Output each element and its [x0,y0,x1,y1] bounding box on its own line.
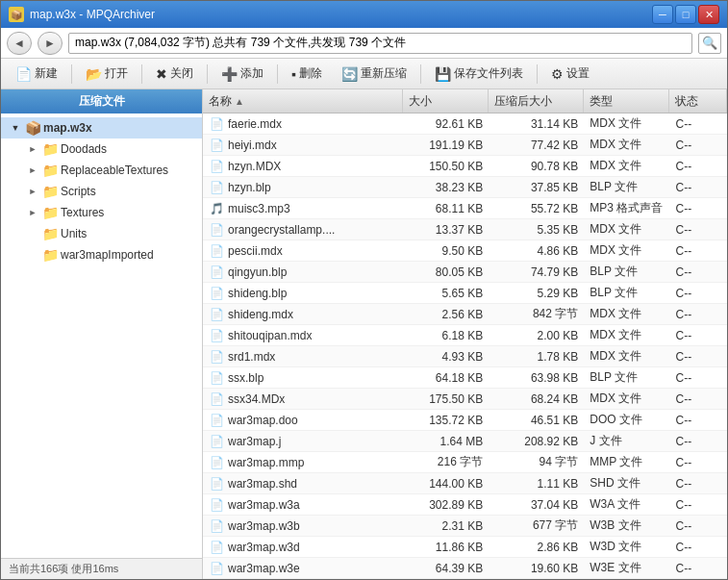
folder-icon: 📁 [42,206,58,219]
table-row[interactable]: 📄war3map.w3e64.39 KB19.60 KBW3E 文件C-- [203,558,727,579]
table-row[interactable]: 📄srd1.mdx4.93 KB1.78 KBMDX 文件C-- [203,346,727,367]
file-cell-name: 📄qingyun.blp [203,262,403,283]
file-name: shitouqipan.mdx [228,329,312,342]
main-window: 📦 map.w3x - MPQArchiver ─ □ ✕ ◄ ► 🔍 📄 新建… [0,0,728,580]
table-row[interactable]: 📄hzyn.blp38.23 KB37.85 KBBLP 文件C-- [203,177,727,198]
file-cell-compressed: 55.72 KB [489,198,584,219]
col-status-label: 状态 [675,93,698,110]
file-icon: 📄 [209,434,224,449]
file-icon: 📄 [209,540,224,555]
sidebar-item-units[interactable]: 📁Units [1,223,202,244]
sidebar-item-war3mapimported[interactable]: 📁war3mapImported [1,244,202,265]
file-cell-compressed: 842 字节 [489,304,584,325]
file-icon: 📄 [209,476,224,492]
new-button[interactable]: 📄 新建 [7,62,66,87]
col-name-label: 名称 [209,93,232,110]
file-name: hzyn.MDX [228,160,281,173]
file-icon: 📄 [209,391,224,407]
file-icon: 📄 [209,243,224,259]
table-row[interactable]: 📄pescii.mdx9.50 KB4.86 KBMDX 文件C-- [203,240,727,262]
file-cell-status: C-- [670,283,728,304]
file-cell-compressed: 46.51 KB [489,410,584,431]
save-list-button[interactable]: 💾 保存文件列表 [426,62,532,87]
file-cell-compressed: 1.78 KB [489,346,584,367]
file-cell-name: 📄faerie.mdx [203,113,403,135]
table-row[interactable]: 📄ssx.blp64.18 KB63.98 KBBLP 文件C-- [203,367,727,389]
table-row[interactable]: 📄war3map.doo135.72 KB46.51 KBDOO 文件C-- [203,410,727,431]
file-cell-compressed: 94 字节 [489,452,584,473]
file-cell-compressed: 19.60 KB [489,558,584,579]
separator-5 [420,64,421,84]
file-cell-compressed: 37.04 KB [489,494,584,516]
file-cell-name: 📄orangecrystallamp.... [203,219,403,240]
sort-asc-icon: ▲ [235,96,244,107]
table-row[interactable]: 📄qingyun.blp80.05 KB74.79 KBBLP 文件C-- [203,262,727,283]
file-icon: 📄 [209,328,224,343]
sidebar-item-textures[interactable]: ►📁Textures [1,202,202,223]
file-cell-name: 📄war3map.w3e [203,558,403,579]
file-icon: 📄 [209,180,224,195]
table-row[interactable]: 📄shitouqipan.mdx6.18 KB2.00 KBMDX 文件C-- [203,325,727,346]
recompress-button[interactable]: 🔄 重新压缩 [333,62,415,87]
table-row[interactable]: 📄hzyn.MDX150.50 KB90.78 KBMDX 文件C-- [203,156,727,177]
sidebar-item-label-textures: Textures [61,206,104,219]
file-cell-status: C-- [670,516,728,537]
file-cell-status: C-- [670,325,728,346]
file-cell-name: 📄war3map.w3i [203,579,403,580]
minimize-button[interactable]: ─ [652,5,673,24]
open-icon: 📂 [86,66,102,82]
file-list: 名称 ▲ 大小 压缩后大小 类型 状态 📄faerie.mdx92.61 KB3… [203,89,727,579]
title-bar-left: 📦 map.w3x - MPQArchiver [9,7,155,22]
file-list-body: 📄faerie.mdx92.61 KB31.14 KBMDX 文件C--📄hei… [203,113,727,579]
add-button[interactable]: ➕ 添加 [213,62,272,87]
address-input[interactable] [68,33,692,54]
col-header-status[interactable]: 状态 [669,89,727,113]
table-row[interactable]: 📄shideng.blp5.65 KB5.29 KBBLP 文件C-- [203,283,727,304]
file-cell-size: 38.23 KB [403,177,489,198]
file-cell-type: J 文件 [584,431,669,452]
col-header-size[interactable]: 大小 [403,89,489,113]
sidebar-item-replaceabletextures[interactable]: ►📁ReplaceableTextures [1,160,202,181]
table-row[interactable]: 📄faerie.mdx92.61 KB31.14 KBMDX 文件C-- [203,113,727,135]
folder-icon: 📁 [42,142,58,156]
maximize-button[interactable]: □ [675,5,696,24]
file-cell-type: BLP 文件 [584,177,669,198]
table-row[interactable]: 📄war3map.w3a302.89 KB37.04 KBW3A 文件C-- [203,494,727,516]
file-cell-type: MDX 文件 [584,240,669,262]
table-row[interactable]: 📄war3map.w3d11.86 KB2.86 KBW3D 文件C-- [203,537,727,558]
table-row[interactable]: 📄war3map.w3b2.31 KB677 字节W3B 文件C-- [203,516,727,537]
col-header-type[interactable]: 类型 [584,89,669,113]
table-row[interactable]: 📄orangecrystallamp....13.37 KB5.35 KBMDX… [203,219,727,240]
file-cell-name: 📄shideng.mdx [203,304,403,325]
file-cell-type: MDX 文件 [584,346,669,367]
table-row[interactable]: 📄ssx34.MDx175.50 KB68.24 KBMDX 文件C-- [203,389,727,410]
table-row[interactable]: 📄war3map.mmp216 字节94 字节MMP 文件C-- [203,452,727,473]
search-button[interactable]: 🔍 [698,33,721,54]
forward-button[interactable]: ► [38,32,63,55]
back-button[interactable]: ◄ [7,32,32,55]
table-row[interactable]: 📄war3map.shd144.00 KB1.11 KBSHD 文件C-- [203,473,727,494]
sidebar-item-scripts[interactable]: ►📁Scripts [1,181,202,202]
file-name: ssx34.MDx [228,392,285,406]
sidebar-item-label-map_w3x: map.w3x [43,121,92,135]
close-file-button[interactable]: ✖ 关闭 [147,62,202,87]
table-row[interactable]: 📄war3map.j1.64 MB208.92 KBJ 文件C-- [203,431,727,452]
sidebar-item-map_w3x[interactable]: ▼📦map.w3x [1,117,202,139]
table-row[interactable]: 🎵muisc3.mp368.11 KB55.72 KBMP3 格式声音C-- [203,198,727,219]
close-window-button[interactable]: ✕ [698,5,719,24]
col-header-compressed[interactable]: 压缩后大小 [489,89,584,113]
open-button[interactable]: 📂 打开 [77,62,137,87]
table-row[interactable]: 📄shideng.mdx2.56 KB842 字节MDX 文件C-- [203,304,727,325]
file-cell-type: MP3 格式声音 [584,198,669,219]
settings-button[interactable]: ⚙ 设置 [542,62,598,87]
file-cell-compressed: 90.78 KB [489,156,584,177]
delete-icon: ▪ [291,66,296,82]
file-cell-name: 📄war3map.j [203,431,403,452]
col-header-name[interactable]: 名称 ▲ [203,89,403,113]
file-icon: 📄 [209,561,224,576]
table-row[interactable]: 📄heiyi.mdx191.19 KB77.42 KBMDX 文件C-- [203,135,727,156]
delete-button[interactable]: ▪ 删除 [283,62,331,87]
file-cell-status: C-- [670,410,728,431]
sidebar-item-doodads[interactable]: ►📁Doodads [1,139,202,160]
file-icon: 📄 [209,497,224,513]
